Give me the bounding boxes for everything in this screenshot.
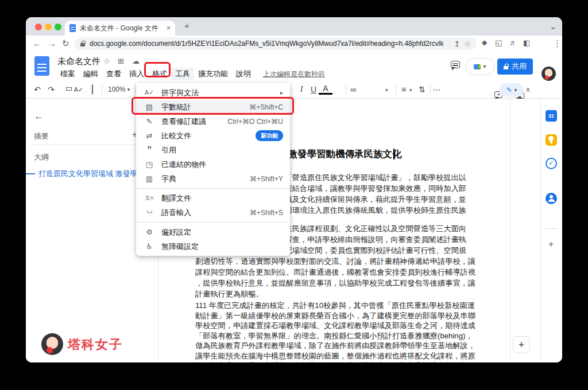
menu-item-translate[interactable]: 文A 翻譯文件 — [136, 191, 290, 205]
redo-icon[interactable]: ↷ — [44, 85, 58, 93]
forward-icon[interactable]: → — [48, 39, 56, 48]
menu-item-accessibility[interactable]: ♿ 無障礙設定 — [136, 239, 290, 253]
calendar-icon[interactable]: 31 — [546, 110, 557, 122]
p3-line: 111 年度已完成計畫的核定，共計有10校參與，其中曾獲「原住民重點學校新校園運 — [195, 301, 475, 311]
comments-icon[interactable] — [451, 61, 460, 68]
cast-icon[interactable]: ◱ — [495, 39, 502, 46]
p2-line: 審查，申請學校經由簡報說明，向審查委員闡述計畫執 — [285, 235, 467, 245]
p3-line: 做為民族教育戶外課程教學場域，除了在施作前將由授課教師帶領學生至基地解說， — [195, 341, 475, 351]
watermark-text: 塔科女子 — [68, 336, 123, 353]
collapse-toolbar-icon[interactable]: ∧ — [525, 86, 531, 93]
spellcheck-icon[interactable]: A✓ — [72, 87, 86, 93]
share-button[interactable]: 共用 — [497, 58, 533, 75]
linked-objects-icon: ◳ — [144, 161, 154, 168]
side-panel-icon[interactable]: ◧ — [523, 39, 530, 46]
menu-tools[interactable]: 工具 — [171, 68, 194, 80]
url-text: docs.google.com/document/d/1r5HZEYi1EciD… — [90, 40, 450, 48]
new-feature-badge: 新功能 — [256, 130, 283, 141]
zoom-select[interactable]: 100% ▾ — [105, 85, 133, 93]
add-addon-icon[interactable]: + — [548, 240, 554, 249]
preferences-icon: ⚙ — [144, 228, 154, 236]
line-spacing-icon[interactable]: ⇅ — [415, 85, 429, 93]
menu-file[interactable]: 檔案 — [56, 68, 79, 80]
watermark-avatar — [41, 333, 63, 355]
contacts-icon[interactable] — [546, 193, 557, 204]
minimize-window-button[interactable] — [45, 24, 52, 30]
account-avatar[interactable] — [541, 67, 556, 81]
align-icon[interactable]: ≡ — [397, 85, 411, 93]
doc-title[interactable]: 未命名文件 — [57, 56, 100, 67]
undo-icon[interactable]: ↶ — [30, 85, 44, 93]
maximize-window-button[interactable] — [55, 24, 61, 30]
docs-header: 未命名文件 ☆ ⊞ ☁ 檔案 編輯 查看 插入 格式 工具 擴充功能 說明 上次… — [26, 52, 562, 81]
p2-line: 計畫執行更為順暢。 — [195, 289, 264, 299]
menu-item-compare-documents[interactable]: ⇄ 比較文件 新功能 — [136, 128, 290, 143]
add-reaction-button[interactable]: + — [513, 336, 530, 353]
menu-edit[interactable]: 編輯 — [79, 68, 102, 80]
align-caret-icon[interactable]: ▾ — [409, 88, 412, 93]
image-caret-icon[interactable]: ▾ — [385, 88, 388, 93]
browser-menu-icon[interactable]: ⋮ — [553, 39, 562, 48]
menu-item-review-suggestions[interactable]: ✎ 查看修訂建議 Ctrl+⌘O Ctrl+⌘U — [136, 114, 290, 128]
more-options-icon[interactable]: ⋯ — [430, 85, 444, 93]
p1-line: 「營造原住民族文化學習場域計畫」，鼓勵學校提出以 — [285, 173, 467, 183]
docs-toolbar: ↶ ↷ A✓ 100% ▾ 標題 I U A ∞ + ▾ ≡ — [26, 81, 562, 99]
menu-item-citations[interactable]: ” 引用 — [136, 143, 290, 157]
zoom-value: 100% — [108, 85, 126, 93]
page-right-edge — [510, 99, 510, 362]
close-window-button[interactable] — [35, 24, 42, 30]
outline-label: 大綱 — [34, 152, 49, 162]
lock-icon — [80, 43, 85, 46]
menu-item-linked-objects[interactable]: ◳ 已連結的物件 — [136, 157, 290, 171]
last-edit-link[interactable]: 上次編輯是在數秒前 — [263, 69, 325, 79]
media-controls-icon[interactable]: ♬ — [509, 39, 517, 46]
editing-mode-button[interactable]: ✎ ▾ — [500, 83, 524, 97]
zoom-caret-icon: ▾ — [127, 87, 130, 92]
share-page-icon[interactable]: ↥ — [454, 40, 460, 48]
keep-icon[interactable] — [546, 134, 557, 146]
sidebar-back-icon[interactable]: ← — [34, 111, 44, 121]
insert-link-icon[interactable]: ∞ — [346, 85, 360, 93]
menu-help[interactable]: 說明 — [232, 68, 255, 80]
move-folder-icon[interactable]: ⊞ — [118, 57, 124, 65]
share-lock-icon — [504, 66, 508, 69]
close-tab-icon[interactable]: × — [167, 25, 171, 32]
compare-documents-icon: ⇄ — [144, 132, 154, 139]
tabstrip-chevron-icon[interactable]: ⌄ — [550, 22, 557, 30]
p2-line: 配場域空間，委員也實際到校評估計畫可行性、空間規 — [285, 245, 467, 256]
bookmark-icon[interactable]: ☆ — [464, 40, 471, 48]
outline-dash-icon: — — [26, 169, 35, 179]
desktop-background: 未命名文件 - Google 文件 × + ⌄ ← → ↻ docs.googl… — [0, 0, 588, 390]
extensions-icon[interactable]: ◆ — [482, 39, 487, 46]
p2-line: 住民族課程規劃、文化正確性以及空間營造等三大面向 — [285, 224, 467, 234]
reload-icon[interactable]: ↻ — [62, 39, 69, 48]
mode-caret-icon: ▾ — [514, 87, 517, 93]
menu-view[interactable]: 查看 — [102, 68, 125, 80]
menu-item-voice-typing[interactable]: 語音輸入 ⌘+Shift+S — [136, 205, 290, 220]
new-tab-button[interactable]: + — [184, 21, 189, 30]
menubar: 檔案 編輯 查看 插入 格式 工具 擴充功能 說明 上次編輯是在數秒前 — [56, 68, 325, 80]
share-label: 共用 — [512, 61, 527, 72]
summary-label: 摘要 — [34, 131, 49, 142]
tasks-icon[interactable]: ✓ — [546, 158, 557, 169]
browser-tab[interactable]: 未命名文件 - Google 文件 × — [65, 21, 175, 36]
star-doc-icon[interactable]: ☆ — [103, 57, 110, 65]
address-bar[interactable]: docs.google.com/document/d/1r5HZEYi1EciD… — [75, 37, 477, 50]
menu-item-preferences[interactable]: ⚙ 偏好設定 — [136, 225, 290, 239]
meet-caret-icon: ▾ — [483, 64, 486, 69]
submenu-arrow-icon: ▸ — [280, 89, 283, 96]
annotation-box-tools — [144, 62, 171, 77]
p3-line: 動計畫」第一級績優學校的屏東縣長榮百合國小，為了建構更完整的部落學校及串聯 — [195, 311, 475, 321]
menu-item-dictionary[interactable]: ▥ 字典 ⌘+Shift+Y — [136, 171, 290, 186]
meet-button[interactable]: ▾ — [465, 58, 495, 75]
text-color-icon[interactable]: A — [319, 84, 332, 95]
maps-icon[interactable] — [546, 205, 557, 217]
back-icon[interactable]: ← — [33, 39, 41, 48]
annotation-box-word-count — [131, 97, 294, 115]
menu-divider — [136, 222, 290, 223]
docs-logo[interactable] — [34, 56, 49, 76]
cloud-status-icon[interactable]: ☁ — [132, 57, 140, 65]
p1-line: 識及文化持續保留與傳承，藉此提升學生學習意願，並 — [285, 194, 467, 205]
paint-format-icon[interactable] — [86, 85, 99, 93]
menu-extensions[interactable]: 擴充功能 — [194, 68, 232, 80]
